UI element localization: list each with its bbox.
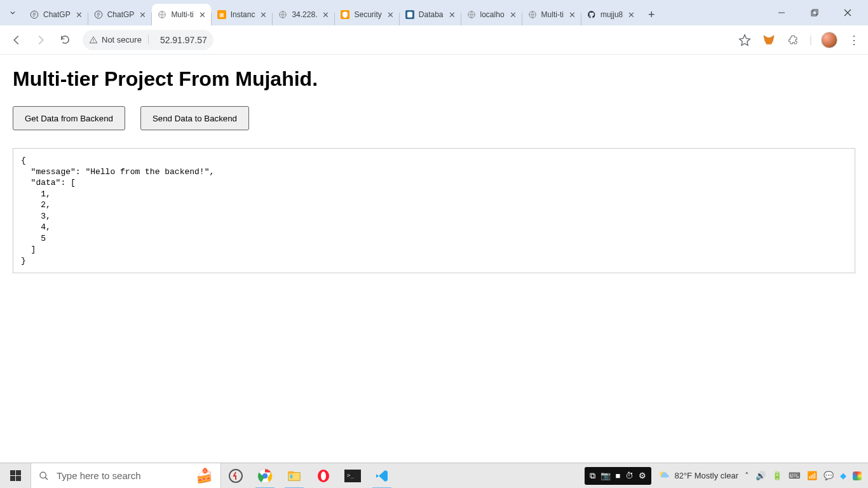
svg-point-10 <box>407 16 412 18</box>
weather-icon <box>658 470 670 482</box>
browser-tab[interactable]: Databa✕ <box>400 4 461 25</box>
security-label: Not secure <box>102 35 142 44</box>
window-minimize-button[interactable] <box>768 3 796 23</box>
system-tray[interactable]: ˄ 🔊 🔋 ⌨ 📶 💬 ◆ <box>745 471 862 480</box>
get-data-button[interactable]: Get Data from Backend <box>13 106 125 130</box>
weather-widget[interactable]: 82°F Mostly clear <box>658 470 738 482</box>
metamask-extension-icon[interactable] <box>761 32 776 48</box>
taskbar-explorer-icon[interactable] <box>280 463 309 489</box>
search-placeholder: Type here to search <box>57 470 141 481</box>
svg-line-21 <box>45 477 48 480</box>
tab-close-icon[interactable]: ✕ <box>449 10 456 20</box>
windows-taskbar: Type here to search 🍰 >_ ⧉ 📷 ■ ⏱ ⚙ 82°F … <box>0 463 868 488</box>
tab-close-icon[interactable]: ✕ <box>387 10 394 20</box>
taskbar-yandex-icon[interactable] <box>221 463 250 489</box>
tab-favicon <box>527 10 538 20</box>
tab-title: 34.228. <box>292 10 317 19</box>
wifi-icon[interactable]: 📶 <box>807 471 817 480</box>
address-bar[interactable]: Not secure 52.91.97.57 <box>83 30 214 50</box>
tab-close-icon[interactable]: ✕ <box>260 10 267 20</box>
battery-icon[interactable]: 🔋 <box>772 471 782 480</box>
camera-icon: 📷 <box>600 471 611 480</box>
svg-rect-14 <box>811 11 817 16</box>
start-button[interactable] <box>0 463 31 489</box>
tab-close-icon[interactable]: ✕ <box>139 10 146 20</box>
volume-icon[interactable]: 🔊 <box>756 471 766 480</box>
window-close-button[interactable] <box>834 3 862 23</box>
browser-tab[interactable]: ChatGP✕ <box>88 4 152 25</box>
taskbar-vscode-icon[interactable] <box>367 463 397 489</box>
weather-text: 82°F Mostly clear <box>674 471 738 480</box>
browser-tab[interactable]: localho✕ <box>461 4 522 25</box>
tab-favicon <box>278 10 288 20</box>
page-content: Multi-tier Project From Mujahid. Get Dat… <box>0 55 868 286</box>
url-text: 52.91.97.57 <box>160 35 211 45</box>
reload-button[interactable] <box>55 30 75 50</box>
tab-favicon: ▦ <box>217 10 227 20</box>
send-data-button[interactable]: Send Data to Backend <box>140 106 249 130</box>
chevron-up-icon[interactable]: ˄ <box>745 471 749 480</box>
extensions-button[interactable] <box>785 32 801 48</box>
browser-tab[interactable]: mujju8✕ <box>581 4 640 25</box>
response-output: { "message": "Hello from the backend!", … <box>13 148 855 273</box>
svg-point-29 <box>321 471 326 480</box>
chrome-menu-button[interactable]: ⋮ <box>846 32 862 48</box>
tray-app-icon-2[interactable] <box>853 471 862 480</box>
tab-close-icon[interactable]: ✕ <box>322 10 329 20</box>
tab-title: ChatGP <box>43 10 71 19</box>
svg-rect-26 <box>288 471 294 473</box>
svg-point-19 <box>93 41 93 42</box>
tab-title: Multi-ti <box>171 10 193 19</box>
gear-icon: ⚙ <box>639 471 646 480</box>
browser-tab[interactable]: ▦Instanc✕ <box>212 4 273 25</box>
tray-app-icon[interactable]: ◆ <box>840 471 846 480</box>
browser-tab[interactable]: Multi-ti✕ <box>152 4 210 25</box>
browser-tab[interactable]: Multi-ti✕ <box>522 4 581 25</box>
tab-title: Multi-ti <box>541 10 564 19</box>
video-icon: ■ <box>616 471 621 480</box>
warning-icon <box>89 36 98 44</box>
browser-tab-strip: ChatGP✕ChatGP✕Multi-ti✕▦Instanc✕34.228.✕… <box>0 0 868 25</box>
svg-text:>_: >_ <box>347 472 354 478</box>
tab-close-icon[interactable]: ✕ <box>510 10 517 20</box>
tab-close-icon[interactable]: ✕ <box>199 10 206 20</box>
browser-tab[interactable]: 34.228.✕ <box>273 4 334 25</box>
taskbar-search[interactable]: Type here to search 🍰 <box>31 463 221 489</box>
tab-title: Instanc <box>231 10 255 19</box>
svg-rect-27 <box>290 475 293 478</box>
tab-favicon <box>157 10 167 20</box>
taskbar-opera-icon[interactable] <box>309 463 338 489</box>
tab-close-icon[interactable]: ✕ <box>628 10 635 20</box>
taskbar-chrome-icon[interactable] <box>250 463 280 489</box>
profile-avatar[interactable] <box>821 32 837 48</box>
security-indicator[interactable]: Not secure <box>89 35 149 44</box>
tab-favicon <box>93 10 104 20</box>
svg-point-20 <box>40 472 46 478</box>
tab-close-icon[interactable]: ✕ <box>76 10 83 20</box>
notifications-icon[interactable]: 💬 <box>824 471 834 480</box>
search-highlight-icon: 🍰 <box>196 468 213 484</box>
tab-title: Databa <box>419 10 444 19</box>
tab-title: mujju8 <box>600 10 623 19</box>
tab-close-icon[interactable]: ✕ <box>569 10 576 20</box>
tray-recording-widget[interactable]: ⧉ 📷 ■ ⏱ ⚙ <box>585 467 652 485</box>
search-icon <box>39 471 49 481</box>
windows-logo-icon <box>10 470 21 481</box>
tab-favicon <box>340 10 350 20</box>
timer-icon: ⏱ <box>625 471 634 480</box>
browser-toolbar: Not secure 52.91.97.57 | ⋮ <box>0 25 868 55</box>
tab-favicon <box>587 10 597 20</box>
tab-favicon <box>29 10 39 20</box>
new-tab-button[interactable]: + <box>642 6 660 24</box>
keyboard-icon[interactable]: ⌨ <box>789 471 801 480</box>
svg-rect-15 <box>813 10 818 15</box>
taskbar-terminal-icon[interactable]: >_ <box>338 463 367 489</box>
tab-title: Security <box>354 10 381 19</box>
bookmark-star-icon[interactable] <box>737 32 752 48</box>
forward-button[interactable] <box>31 30 51 50</box>
tab-search-button[interactable] <box>4 4 22 22</box>
back-button[interactable] <box>6 30 27 50</box>
window-maximize-button[interactable] <box>801 3 829 23</box>
browser-tab[interactable]: Security✕ <box>335 4 398 25</box>
browser-tab[interactable]: ChatGP✕ <box>24 4 88 25</box>
